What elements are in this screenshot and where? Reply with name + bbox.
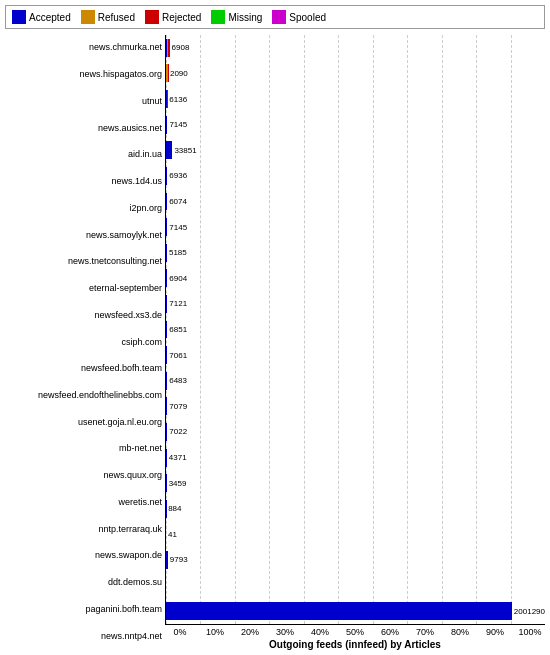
y-label: newsfeed.bofh.team [81,364,162,374]
x-axis-label: 100% [515,627,545,637]
bar-value-label: 9793 [170,555,188,564]
bars-area: 6908209061367145338516936607471455185690… [165,35,545,625]
bar-row: 5185 [166,240,545,266]
bar-row: 9793 [166,547,545,573]
bar-row: 33851 [166,137,545,163]
bar-row: 7061 [166,342,545,368]
bar-row: 7121 [166,291,545,317]
bar-value-label: 41 [168,530,177,539]
bar-segment-accepted [166,244,167,262]
bar-segment-accepted [166,474,167,492]
legend-box-missing [211,10,225,24]
x-axis-label: 70% [410,627,440,637]
bar-segment-rejected [168,39,170,57]
legend-item-refused: Refused [81,10,135,24]
chart-title: Outgoing feeds (innfeed) by Articles [165,637,545,650]
bar-segment-accepted [166,372,167,390]
y-label: news.hispagatos.org [79,70,162,80]
x-axis: 0%10%20%30%40%50%60%70%80%90%100% [165,625,545,637]
bar-value-label: 7022 [169,427,187,436]
bar-row: 7145 [166,214,545,240]
legend-box-rejected [145,10,159,24]
bar-segment-accepted [166,551,168,569]
bar-row: 6483 [166,368,545,394]
y-label: paganini.bofh.team [85,605,162,615]
bar-row: 4371 [166,445,545,471]
bar-row: 41 [166,522,545,548]
legend: Accepted Refused Rejected Missing Spoole… [5,5,545,29]
bar-row: 6904 [166,265,545,291]
bars-and-xaxis: 6908209061367145338516936607471455185690… [165,35,545,650]
bar-value-label: 6483 [169,376,187,385]
x-axis-label: 30% [270,627,300,637]
x-axis-label: 90% [480,627,510,637]
legend-label-accepted: Accepted [29,12,71,23]
bar-value-label: 5185 [169,248,187,257]
bar-row: 2001290 [166,598,545,624]
bar-segment-accepted [166,321,167,339]
bar-segment-accepted [166,397,167,415]
bar-value-label: 6136 [169,95,187,104]
bar-value-label: 884 [168,504,181,513]
bar-value-label: 7145 [169,223,187,232]
bar-segment-accepted [166,602,512,620]
bar-row: 6936 [166,163,545,189]
bar-row [166,573,545,599]
bar-row: 6908 [166,35,545,61]
y-label: news.chmurka.net [89,43,162,53]
bar-value-label: 7121 [169,299,187,308]
legend-item-accepted: Accepted [12,10,71,24]
x-axis-label: 10% [200,627,230,637]
bar-segment-accepted [166,346,167,364]
y-label: usenet.goja.nl.eu.org [78,418,162,428]
bar-value-label: 7061 [169,351,187,360]
y-label: weretis.net [118,498,162,508]
bar-value-label: 4371 [169,453,187,462]
bar-segment-accepted [166,449,167,467]
legend-label-spooled: Spooled [289,12,326,23]
bar-row: 2090 [166,61,545,87]
legend-label-missing: Missing [228,12,262,23]
y-label: news.swapon.de [95,551,162,561]
bar-value-label: 6908 [172,43,190,52]
bar-value-label: 2090 [170,69,188,78]
legend-box-accepted [12,10,26,24]
y-label: eternal-september [89,284,162,294]
bar-segment-accepted [166,218,167,236]
y-label: news.quux.org [103,471,162,481]
bar-segment-accepted [166,295,167,313]
bar-row: 7022 [166,419,545,445]
y-label: csiph.com [121,338,162,348]
y-label: news.ausics.net [98,124,162,134]
bar-value-label: 6074 [169,197,187,206]
y-label: i2pn.org [129,204,162,214]
x-axis-label: 80% [445,627,475,637]
bar-segment-accepted [166,167,167,185]
y-label: news.nntp4.net [101,632,162,642]
x-axis-label: 0% [165,627,195,637]
legend-item-spooled: Spooled [272,10,326,24]
bar-value-label: 2001290 [514,607,545,616]
legend-label-refused: Refused [98,12,135,23]
bar-segment-accepted [166,141,172,159]
legend-box-refused [81,10,95,24]
chart-container: Accepted Refused Rejected Missing Spoole… [0,0,550,655]
bar-value-label: 7145 [169,120,187,129]
bar-row: 7145 [166,112,545,138]
y-label: utnut [142,97,162,107]
bar-value-label: 6936 [169,171,187,180]
legend-item-rejected: Rejected [145,10,201,24]
bar-value-label: 6904 [169,274,187,283]
bar-rows: 6908209061367145338516936607471455185690… [166,35,545,624]
bar-value-label: 3459 [169,479,187,488]
y-label: newsfeed.endofthelinebbs.com [38,391,162,401]
y-label: news.tnetconsulting.net [68,257,162,267]
bar-row: 6851 [166,317,545,343]
y-label: ddt.demos.su [108,578,162,588]
bar-row: 6074 [166,189,545,215]
bar-value-label: 33851 [174,146,196,155]
bar-row: 3459 [166,470,545,496]
legend-label-rejected: Rejected [162,12,201,23]
x-axis-label: 40% [305,627,335,637]
bar-segment-accepted [166,269,167,287]
